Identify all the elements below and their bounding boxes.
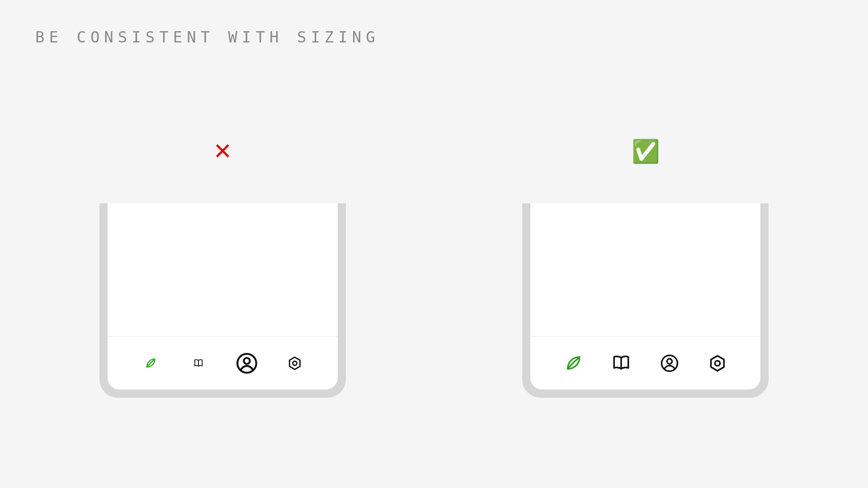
bottom-nav-good xyxy=(530,336,760,389)
phone-frame-good xyxy=(522,203,769,398)
nav-item-book[interactable] xyxy=(605,354,637,373)
settings-icon xyxy=(287,356,302,371)
phone-screen-bad xyxy=(108,203,338,389)
nav-item-profile[interactable] xyxy=(653,354,686,373)
leaf-icon xyxy=(144,357,157,370)
svg-point-3 xyxy=(293,361,297,365)
person-icon xyxy=(660,354,679,373)
comparison-stage: ✕ xyxy=(0,0,868,488)
person-icon xyxy=(236,352,258,375)
leaf-icon xyxy=(564,354,583,373)
settings-icon xyxy=(708,354,727,373)
bad-example-column: ✕ xyxy=(99,140,346,398)
cross-icon: ✕ xyxy=(213,140,232,163)
nav-item-leaf[interactable] xyxy=(134,357,167,370)
check-icon: ✅ xyxy=(632,140,660,163)
svg-point-5 xyxy=(667,359,672,364)
phone-frame-bad xyxy=(99,203,346,398)
bottom-nav-bad xyxy=(108,336,338,389)
phone-screen-good xyxy=(530,203,760,389)
svg-point-1 xyxy=(244,358,250,364)
book-icon xyxy=(193,358,203,368)
svg-point-7 xyxy=(715,361,720,366)
book-icon xyxy=(612,354,631,373)
svg-marker-6 xyxy=(711,356,724,371)
content-area-bad xyxy=(108,203,338,336)
nav-item-profile[interactable] xyxy=(231,352,263,375)
good-example-column: ✅ xyxy=(522,140,769,398)
svg-marker-2 xyxy=(290,357,300,369)
nav-item-book[interactable] xyxy=(182,358,215,368)
nav-item-settings[interactable] xyxy=(701,354,734,373)
content-area-good xyxy=(530,203,760,336)
nav-item-leaf[interactable] xyxy=(557,354,590,373)
nav-item-settings[interactable] xyxy=(278,356,311,371)
